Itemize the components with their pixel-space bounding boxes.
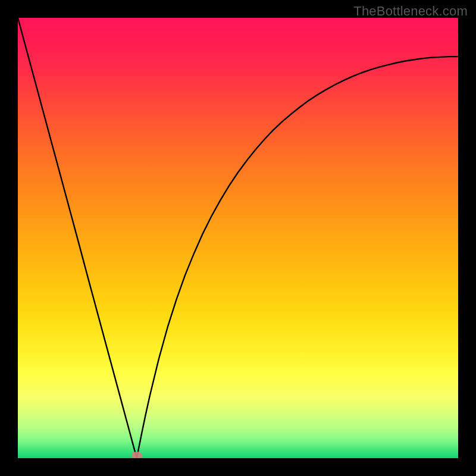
chart-svg: [18, 18, 458, 458]
gradient-background: [18, 18, 458, 458]
plot-area: [18, 18, 458, 458]
watermark-text: TheBottleneck.com: [353, 4, 468, 19]
chart-frame: TheBottleneck.com: [0, 0, 476, 476]
